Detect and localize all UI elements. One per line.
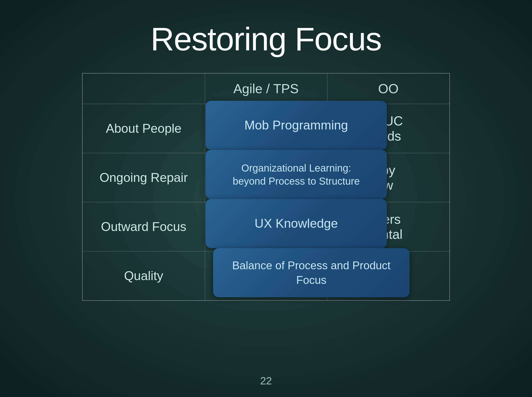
agile-about-people: IndividualInterac bbox=[205, 104, 327, 153]
slide-title: Restoring Focus bbox=[151, 20, 382, 58]
label-outward-focus: Outward Focus bbox=[82, 202, 205, 251]
header-oo: OO bbox=[327, 73, 450, 104]
table-wrapper: Agile / TPS OO About People IndividualIn… bbox=[82, 73, 450, 301]
label-quality: Quality bbox=[82, 251, 205, 301]
header-agile: Agile / TPS bbox=[205, 73, 327, 104]
agile-outward-focus: CustoCollabo bbox=[205, 202, 327, 251]
label-ongoing-repair: Ongoing Repair bbox=[82, 153, 205, 202]
table-row: About People IndividualInterac c UCards bbox=[82, 104, 450, 153]
oo-about-people: c UCards bbox=[327, 104, 450, 153]
page-number: 22 bbox=[260, 375, 272, 387]
table-row: Outward Focus CustoCollabo sersental bbox=[82, 202, 450, 251]
table-row: Ongoing Repair ResponChar byw bbox=[82, 153, 450, 202]
oo-ongoing-repair: byw bbox=[327, 153, 450, 202]
agile-ongoing-repair: ResponChar bbox=[205, 153, 327, 202]
label-about-people: About People bbox=[82, 104, 205, 153]
oo-quality bbox=[327, 251, 450, 301]
oo-outward-focus: sersental bbox=[327, 202, 450, 251]
table-row: Quality Workin bbox=[82, 251, 450, 301]
agile-quality: Workin bbox=[205, 251, 327, 301]
header-empty bbox=[82, 73, 205, 104]
comparison-table: Agile / TPS OO About People IndividualIn… bbox=[82, 73, 450, 301]
